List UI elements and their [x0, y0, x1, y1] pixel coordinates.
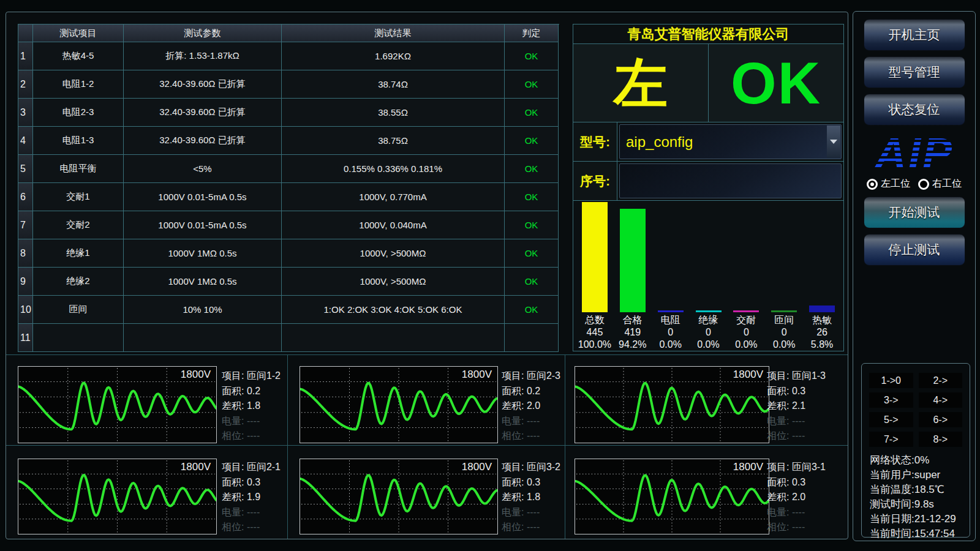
status-info-section: 青岛艾普智能仪器有限公司 左 OK 型号: aip_config 序号:	[573, 24, 844, 351]
wave-project: 项目: 匝间3-2	[502, 460, 580, 475]
cell-test-result: 38.74Ω	[282, 70, 505, 99]
wave-diff: 差积: 1.8	[502, 490, 580, 505]
table-row: 6 交耐1 1000V 0.01-5mA 0.5s 1000V, 0.770mA…	[18, 183, 559, 211]
model-dropdown-button[interactable]	[827, 126, 840, 158]
wave-phase: 相位: ----	[767, 429, 845, 444]
radio-left-label: 左工位	[881, 178, 910, 190]
waveform-info: 项目: 匝间1-2 面积: 0.2 差积: 1.8 电量: ---- 相位: -…	[222, 369, 300, 444]
wave-area: 面积: 0.3	[502, 475, 580, 490]
result-indicator-cell: OK	[709, 44, 843, 122]
bar	[582, 202, 608, 312]
waveform-plot: 1800V	[300, 366, 498, 443]
model-management-button[interactable]: 型号管理	[864, 56, 965, 88]
channel-button-2[interactable]: 2->	[919, 373, 963, 388]
divider	[6, 354, 848, 355]
bar	[809, 305, 835, 312]
table-row: 9 绝缘2 1000V 1MΩ 0.5s 1000V, >500MΩ OK	[18, 268, 559, 296]
bar-count: 0	[706, 326, 711, 339]
channel-button-8[interactable]: 8->	[919, 432, 963, 447]
stop-test-button[interactable]: 停止测试	[864, 234, 965, 266]
model-value: aip_config	[620, 133, 826, 151]
bar-slot: 电阻 0 0.0%	[652, 201, 690, 351]
row-number: 2	[18, 70, 33, 99]
status-reset-button[interactable]: 状态复位	[864, 94, 965, 126]
bar-label: 总数	[585, 314, 605, 326]
start-test-button[interactable]: 开始测试	[864, 197, 965, 228]
bar-count: 0	[782, 326, 787, 339]
statistics-bar-chart: 总数 445 100.0% 合格 419 94.2% 电阻 0 0.0% 绝缘 …	[573, 201, 843, 351]
main-panel: 测试项目 测试参数 测试结果 判定 1 热敏4-5 折算: 1.53-1.87k…	[6, 12, 848, 539]
row-number: 9	[18, 268, 33, 296]
wave-area: 面积: 0.3	[767, 384, 845, 399]
serial-input[interactable]	[620, 173, 841, 190]
waveform-plot: 1800V	[575, 366, 769, 443]
cell-judge: OK	[505, 99, 559, 127]
table-row: 3 电阻2-3 32.40-39.60Ω 已折算 38.55Ω OK	[18, 99, 559, 127]
bar-count: 0	[744, 326, 749, 339]
radio-left-station[interactable]: 左工位	[867, 178, 910, 190]
waveform-voltage: 1800V	[733, 369, 763, 381]
table-row: 11	[18, 324, 559, 352]
bar	[658, 310, 684, 312]
bar-slot: 总数 445 100.0%	[576, 201, 614, 351]
table-row: 8 绝缘1 1000V 1MΩ 0.5s 1000V, >500MΩ OK	[18, 239, 559, 268]
wave-diff: 差积: 2.0	[502, 399, 580, 414]
cell-test-result	[282, 324, 505, 352]
bar-slot: 绝缘 0 0.0%	[690, 201, 728, 351]
wave-phase: 相位: ----	[502, 520, 580, 535]
bar-slot: 热敏 26 5.8%	[803, 201, 841, 351]
wave-diff: 差积: 1.8	[222, 399, 300, 414]
bar	[771, 310, 797, 312]
channel-button-1[interactable]: 1->0	[869, 373, 913, 388]
waveform-voltage: 1800V	[181, 369, 211, 381]
cell-test-item: 绝缘2	[33, 268, 124, 296]
cell-judge: OK	[505, 42, 559, 70]
cell-test-item: 绝缘1	[33, 239, 124, 268]
status-user: 当前用户:super	[870, 468, 970, 482]
model-combobox[interactable]: aip_config	[619, 124, 842, 159]
wave-project: 项目: 匝间3-1	[767, 460, 845, 475]
cell-judge: OK	[505, 155, 559, 183]
cell-test-param: 10% 10%	[124, 296, 282, 324]
channel-button-3[interactable]: 3->	[869, 392, 913, 408]
cell-test-param	[124, 324, 282, 352]
channel-button-6[interactable]: 6->	[919, 412, 963, 427]
cell-test-item: 交耐2	[33, 211, 124, 239]
home-button[interactable]: 开机主页	[864, 19, 965, 51]
cell-judge	[505, 324, 559, 352]
channel-button-5[interactable]: 5->	[869, 412, 913, 427]
cell-test-param: 1000V 0.01-5mA 0.5s	[124, 211, 282, 239]
cell-judge: OK	[505, 70, 559, 99]
bar-label: 电阻	[661, 314, 680, 326]
bar-slot: 交耐 0 0.0%	[727, 201, 765, 351]
wave-area: 面积: 0.2	[222, 384, 300, 399]
table-row: 7 交耐2 1000V 0.01-5mA 0.5s 1000V, 0.040mA…	[18, 211, 559, 239]
cell-test-item: 电阻1-2	[33, 70, 124, 99]
aip-logo-stripes	[865, 131, 963, 176]
radio-selected-icon	[867, 179, 878, 190]
waveform-plot: 1800V	[575, 459, 769, 534]
header-row-number	[18, 24, 33, 42]
waveform-plot: 1800V	[300, 459, 498, 534]
bar	[696, 310, 722, 312]
row-number: 3	[18, 99, 33, 127]
radio-right-station[interactable]: 右工位	[918, 178, 962, 190]
wave-area: 面积: 0.2	[502, 384, 580, 399]
cell-test-result: 38.55Ω	[282, 99, 505, 127]
bar-count: 26	[816, 326, 827, 339]
bar-label: 绝缘	[699, 314, 718, 326]
header-judge: 判定	[505, 24, 559, 42]
cell-test-item: 匝间	[33, 296, 124, 324]
channel-button-4[interactable]: 4->	[919, 392, 963, 408]
cell-judge: OK	[505, 127, 559, 155]
header-test-param: 测试参数	[124, 24, 282, 42]
row-number: 7	[18, 211, 33, 239]
bar	[733, 310, 759, 312]
channel-button-7[interactable]: 7->	[869, 432, 913, 447]
table-row: 1 热敏4-5 折算: 1.53-1.87kΩ 1.692KΩ OK	[18, 42, 559, 70]
row-number: 1	[18, 42, 33, 70]
wave-phase: 相位: ----	[767, 520, 845, 535]
sidebar: 开机主页 型号管理 状态复位 AIP 左工位 右工位 开始测试 停止测试 1->…	[853, 11, 976, 541]
cell-test-item	[33, 324, 124, 352]
waveform-plot: 1800V	[18, 366, 217, 443]
